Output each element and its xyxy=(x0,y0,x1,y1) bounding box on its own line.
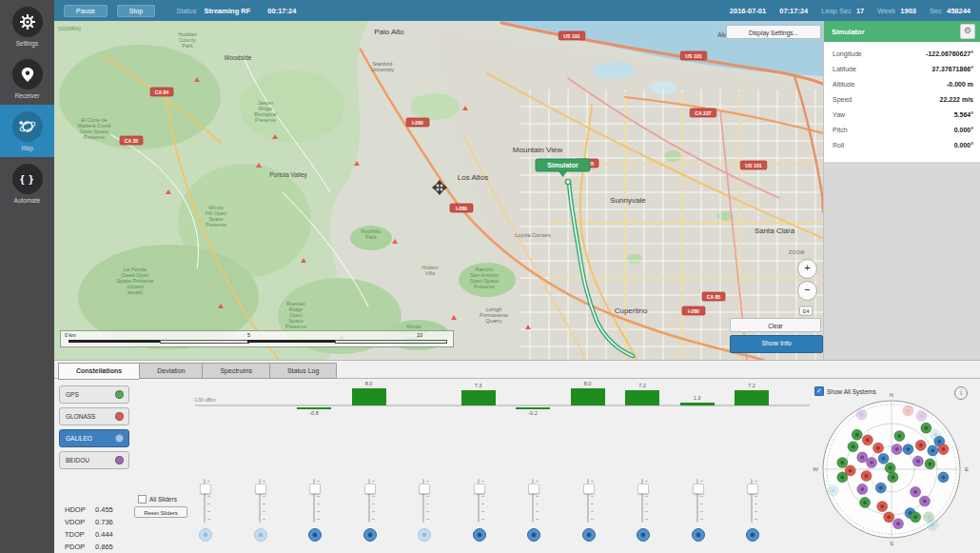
power-slider[interactable] xyxy=(636,479,649,534)
satellite-dot[interactable] xyxy=(857,484,868,494)
satellite-dot[interactable] xyxy=(938,444,949,454)
satellite-dot[interactable] xyxy=(911,512,921,523)
satellite-dot[interactable] xyxy=(848,442,858,452)
constellation-button-galileo[interactable]: GALILEO xyxy=(59,429,129,447)
power-slider[interactable] xyxy=(307,479,321,534)
slider-thumb[interactable] xyxy=(693,484,704,494)
map-canvas[interactable]: (GGNRA)HuddartCountyParkWoodsidePalo Alt… xyxy=(54,21,823,360)
power-slider[interactable] xyxy=(417,479,430,534)
slider-thumb[interactable] xyxy=(474,484,485,494)
slider-thumb[interactable] xyxy=(747,484,758,494)
satellite-dot[interactable] xyxy=(938,472,949,483)
satellite-badge[interactable] xyxy=(527,528,540,542)
satellite-badge[interactable] xyxy=(582,528,596,542)
satellite-badge[interactable] xyxy=(637,528,650,542)
constellation-button-beidou[interactable]: BEIDOU xyxy=(59,451,129,469)
slider-thumb[interactable] xyxy=(528,484,539,494)
satellite-badge[interactable] xyxy=(418,528,431,542)
power-slider[interactable] xyxy=(691,479,704,534)
satellite-badge[interactable] xyxy=(308,528,322,542)
satellite-dot[interactable] xyxy=(919,496,930,506)
satellite-dot[interactable] xyxy=(928,520,938,530)
slider-thumb[interactable] xyxy=(309,484,321,494)
clear-button[interactable]: Clear xyxy=(730,318,821,332)
panel-gear-icon[interactable]: ⚙ xyxy=(960,24,975,39)
satellite-badge[interactable] xyxy=(692,528,705,542)
satellite-dot[interactable] xyxy=(878,453,889,464)
satellite-dot[interactable] xyxy=(866,457,876,467)
satellite-dot[interactable] xyxy=(928,445,938,456)
svg-text:US 101: US 101 xyxy=(563,33,579,39)
satellite-badge[interactable] xyxy=(363,528,377,542)
satellite-dot[interactable] xyxy=(911,486,921,497)
satellite-dot[interactable] xyxy=(894,430,905,441)
tab-spectrums[interactable]: Spectrums xyxy=(202,363,268,379)
power-slider[interactable] xyxy=(198,479,211,534)
satellite-badge[interactable] xyxy=(254,528,267,542)
satellite-dot[interactable] xyxy=(903,444,913,454)
sidebar-item-map[interactable]: Map xyxy=(0,105,54,157)
satellite-dot[interactable] xyxy=(837,472,848,483)
constellation-button-gps[interactable]: GPS xyxy=(59,385,129,404)
power-slider[interactable] xyxy=(253,479,266,534)
satellite-dot[interactable] xyxy=(872,443,883,453)
stop-button[interactable]: Stop xyxy=(117,5,155,17)
power-slider[interactable] xyxy=(581,479,595,534)
signal-bar xyxy=(516,407,550,409)
satellite-dot[interactable] xyxy=(915,440,926,450)
satellite-badge[interactable] xyxy=(199,528,212,542)
slider-thumb[interactable] xyxy=(255,484,266,494)
power-slider[interactable] xyxy=(526,479,539,534)
satellite-dot[interactable] xyxy=(903,405,913,416)
satellite-badge[interactable] xyxy=(746,528,759,542)
satellite-dot[interactable] xyxy=(892,444,902,454)
slider-thumb[interactable] xyxy=(637,484,649,494)
sidebar-item-automate[interactable]: { } Automate xyxy=(0,157,54,209)
satellite-dot[interactable] xyxy=(852,429,862,440)
slider-thumb[interactable] xyxy=(583,484,595,494)
satellite-dot[interactable] xyxy=(859,497,870,507)
all-sliders-toggle[interactable]: All Sliders xyxy=(138,495,177,504)
week-value: 1903 xyxy=(900,7,916,15)
satellite-dot[interactable] xyxy=(921,423,931,433)
satellite-dot[interactable] xyxy=(837,457,848,467)
sidebar-item-receiver[interactable]: Receiver xyxy=(0,52,54,105)
road-shield: I-280 xyxy=(682,306,705,315)
all-sliders-checkbox[interactable] xyxy=(138,495,147,504)
tab-constellations[interactable]: Constellations xyxy=(58,363,139,380)
satellite-dot[interactable] xyxy=(888,472,898,483)
zoom-in-button[interactable]: + xyxy=(797,259,817,279)
satellite-dot[interactable] xyxy=(925,459,935,469)
slider-thumb[interactable] xyxy=(419,484,430,494)
dop-row-tdop: TDOP0.444 xyxy=(65,530,113,539)
sidebar-item-settings[interactable]: Settings xyxy=(0,0,54,52)
telemetry-label: Roll xyxy=(833,142,954,148)
satellite-dot[interactable] xyxy=(912,456,923,466)
satellite-dot[interactable] xyxy=(875,483,886,493)
reset-sliders-button[interactable]: Reset Sliders xyxy=(134,506,187,518)
pause-button[interactable]: Pause xyxy=(64,5,108,17)
satellite-dot[interactable] xyxy=(884,512,894,523)
power-slider[interactable] xyxy=(745,479,758,534)
satellite-dot[interactable] xyxy=(892,519,903,529)
constellation-button-glonass[interactable]: GLONASS xyxy=(59,407,129,425)
slider-thumb[interactable] xyxy=(364,484,376,494)
satellite-dot[interactable] xyxy=(856,409,867,420)
satellite-dot[interactable] xyxy=(862,435,872,445)
satellite-dot[interactable] xyxy=(861,470,872,481)
tab-status-log[interactable]: Status Log xyxy=(269,363,337,379)
satellite-dot[interactable] xyxy=(857,452,868,463)
display-settings-button[interactable]: Display Settings... xyxy=(726,25,821,39)
zoom-out-button[interactable]: − xyxy=(797,281,817,301)
tab-deviation[interactable]: Deviation xyxy=(139,363,202,379)
power-slider[interactable] xyxy=(363,479,376,534)
signal-bar xyxy=(461,390,496,405)
satellite-dot[interactable] xyxy=(916,411,927,422)
location-pin-icon xyxy=(12,59,43,89)
satellite-dot[interactable] xyxy=(828,485,838,496)
power-slider[interactable] xyxy=(472,479,485,534)
satellite-badge[interactable] xyxy=(473,528,486,542)
slider-thumb[interactable] xyxy=(200,484,211,494)
show-info-button[interactable]: Show Info xyxy=(730,335,823,353)
satellite-dot[interactable] xyxy=(877,502,888,512)
